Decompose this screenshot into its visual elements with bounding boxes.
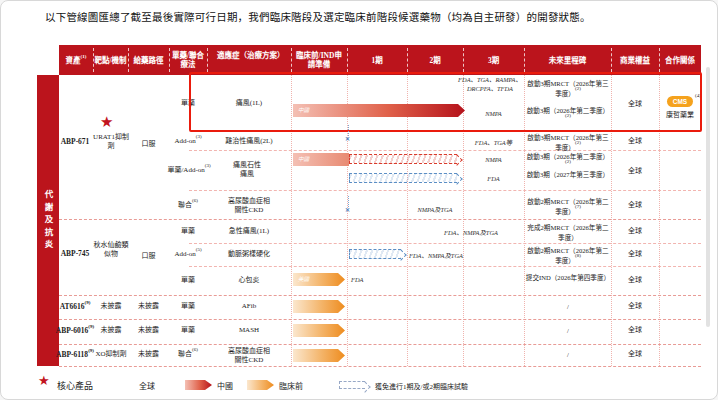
agency-text: NMPA [463, 156, 524, 163]
header-preclinical: 臨床前/IND申請準備 [293, 51, 345, 70]
row-therapy: 聯合(6) [165, 201, 211, 210]
asset-route: 口服 [128, 252, 169, 261]
row-indication: 高尿酸血症相關性CKD [228, 197, 270, 215]
header-phase1: 1期 [347, 56, 407, 65]
arrow-region-label: 中國 [293, 153, 349, 166]
agency-text: NMPA及TGA [407, 205, 463, 214]
header-rights: 商業權益 [611, 56, 659, 65]
commercial-rights: 全球 [611, 326, 659, 335]
milestone-text: 啟動2期MRCT（2026年第二季度）(8) [525, 246, 611, 265]
asset-target: 未披露 [93, 302, 129, 311]
preclinical-arrow [293, 349, 345, 362]
header-separator [169, 48, 170, 72]
header-phase3: 3期 [463, 56, 524, 65]
core-product-star-icon: ★ [100, 115, 113, 130]
header-partnership: 合作關係 [659, 56, 701, 65]
row-therapy: 單藥 [169, 302, 207, 311]
row-therapy: Add-on(3) [165, 137, 211, 146]
agency-text: FDA [351, 276, 381, 283]
header-separator [611, 48, 612, 72]
asset-target: URAT1抑制劑 [93, 133, 129, 151]
trial-start-marker: ✕ [345, 207, 350, 213]
milestone-text: 啟動3期（2027年第三季度） [525, 170, 611, 180]
row-therapy: 單藥 [169, 276, 207, 285]
core-row-highlight-box [189, 72, 702, 132]
trial-start-marker: ✕ [345, 136, 350, 142]
commercial-rights: 全球 [611, 201, 659, 210]
arrow-region-label: 美國 [293, 273, 345, 286]
row-indication: AFib [207, 302, 291, 311]
category-band: 代謝及抗炎 [37, 75, 59, 366]
china-exempt-dashed-arrow [349, 154, 457, 164]
trial-start-marker-stem [348, 196, 349, 207]
group-separator [59, 219, 701, 220]
row-separator [189, 243, 701, 244]
milestone-text: 提交IND（2026年第四季度） [525, 273, 611, 283]
us-preclinical-arrow: 美國 [293, 273, 345, 286]
commercial-rights: 全球 [611, 350, 659, 359]
asset-name: ABP-745 [55, 249, 95, 259]
row-indication: 心包炎 [207, 276, 291, 285]
milestone-text: / [525, 302, 611, 312]
agency-text: FDA、NMPA及TGA [403, 251, 469, 260]
agency-text: FDA、NMPA及TGA [431, 228, 511, 237]
header-separator [524, 48, 525, 72]
row-indication: 動脈粥樣硬化 [207, 250, 291, 259]
legend-exempt-arrow-icon [339, 381, 365, 389]
header-asset: 資產(1) [59, 56, 93, 65]
header-target: 靶點/機制 [93, 56, 128, 65]
row-indication: MASH [207, 326, 291, 335]
group-separator [59, 344, 701, 345]
asset-route: 口服 [128, 140, 169, 149]
row-therapy: 聯合(6) [165, 350, 211, 359]
asset-route: 未披露 [128, 350, 169, 359]
preclinical-arrow [293, 324, 345, 337]
milestone-text: 完成2期MRCT（2026年第二季度） [525, 223, 611, 242]
asset-name: ABP-6016(9) [55, 326, 95, 336]
header-therapy: 單藥/聯合療法 [171, 51, 205, 70]
asset-target: 秋水仙鹼類似物 [93, 241, 129, 259]
header-separator [407, 48, 408, 72]
legend-global-label: 全球 [139, 380, 155, 391]
asset-route: 未披露 [128, 302, 169, 311]
milestone-text: 啟動2期MRCT（2026年第二季度）(7) [525, 197, 611, 216]
milestone-text: 啟動3期（2026年第二季度）(2) [525, 152, 611, 171]
commercial-rights: 全球 [611, 137, 659, 146]
row-separator [189, 190, 701, 191]
header-separator [291, 48, 292, 72]
page-title: 以下管線圖匯總了截至最後實際可行日期，我們臨床階段及選定臨床前階段候選藥物（均為… [45, 9, 705, 24]
legend-core-label: 核心產品 [57, 379, 93, 392]
asset-target: XO抑制劑 [93, 350, 129, 359]
table-bottom-line [59, 366, 701, 367]
core-product-star-icon: ★ [38, 374, 50, 387]
group-separator [59, 295, 701, 296]
milestone-text: 啟動3期MRCT（2026年第三季度）(2) [525, 133, 611, 152]
header-separator [207, 48, 208, 72]
row-separator [189, 150, 701, 151]
asset-target: 未披露 [93, 326, 129, 335]
commercial-rights: 全球 [611, 227, 659, 236]
pipeline-page: 以下管線圖匯總了截至最後實際可行日期，我們臨床階段及選定臨床前階段候選藥物（均為… [0, 0, 718, 400]
asset-name: ABP-671 [55, 137, 95, 147]
row-therapy: 單藥 [169, 326, 207, 335]
legend-china-label: 中國 [217, 380, 233, 391]
global-exempt-dashed-arrow [349, 249, 401, 259]
asset-name: ABP-6118(9) [55, 350, 95, 360]
header-separator [659, 48, 660, 72]
legend-china-arrow-icon [185, 380, 212, 390]
asset-route: 未披露 [128, 326, 169, 335]
commercial-rights: 全球 [611, 276, 659, 285]
row-indication: 痛風石性痛風 [231, 161, 263, 179]
header-separator [463, 48, 464, 72]
row-therapy: 單藥/Add-on(3) [161, 166, 217, 175]
header-milestone: 未來里程碑 [524, 56, 611, 65]
header-phase2: 2期 [407, 56, 463, 65]
asset-name: AT6616(9) [55, 302, 95, 312]
global-exempt-dashed-arrow [349, 173, 457, 183]
commercial-rights: 全球 [611, 302, 659, 311]
trial-start-marker-stem [348, 125, 349, 136]
header-separator [128, 48, 129, 72]
row-indication: 難治性痛風(2L) [207, 137, 291, 146]
scrollbar-thumb[interactable] [706, 67, 710, 327]
row-therapy: 單藥 [169, 227, 207, 236]
